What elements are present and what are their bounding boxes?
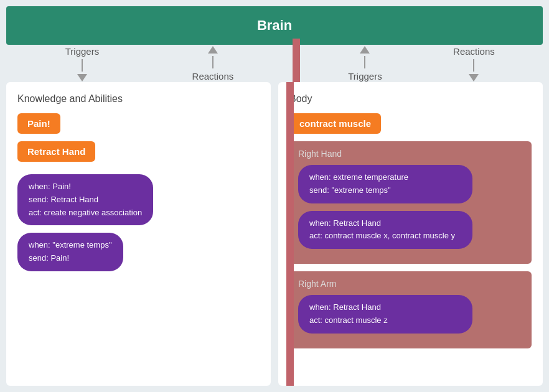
- arrow-divider: [293, 39, 300, 82]
- retract-hand-button[interactable]: Retract Hand: [17, 141, 95, 162]
- contract-muscle-button[interactable]: contract muscle: [289, 113, 381, 134]
- left-bubble-2: when: "extreme temps" send: Pain!: [17, 233, 123, 271]
- left-reactions: Reactions: [192, 46, 234, 82]
- right-reactions-line: [473, 59, 474, 72]
- rh-b1-l1: when: extreme temperature: [309, 172, 408, 182]
- left-bubble-1-line2: send: Retract Hand: [29, 195, 98, 204]
- right-arm-title: Right Arm: [298, 279, 523, 289]
- rh-b2-l2: act: contract muscle x, contract muscle …: [309, 231, 455, 240]
- right-triggers-label: Triggers: [348, 71, 382, 82]
- right-triggers-line: [364, 56, 365, 68]
- triggers-line: [82, 59, 83, 72]
- brain-title: Brain: [257, 17, 292, 33]
- brain-header: Brain: [6, 6, 543, 45]
- right-triggers-arrow: [360, 46, 370, 54]
- rh-b2-l1: when: Retract Hand: [309, 218, 381, 228]
- right-panel-title: Body: [289, 93, 532, 105]
- left-bubble-1-line3: act: create negative association: [29, 208, 142, 217]
- reactions-arrow: [208, 46, 218, 54]
- main-row: Knowledge and Abilities Pain! Retract Ha…: [6, 82, 543, 386]
- right-hand-bubble-2: when: Retract Hand act: contract muscle …: [298, 211, 472, 250]
- right-arm-bubble-1: when: Retract Hand act: contract muscle …: [298, 295, 472, 334]
- right-triggers: Triggers: [348, 46, 382, 82]
- ra-b1-l2: act: contract muscle z: [309, 315, 388, 325]
- right-reactions-arrow: [469, 74, 479, 82]
- pain-button[interactable]: Pain!: [17, 113, 60, 134]
- center-divider: [286, 82, 294, 386]
- ra-b1-l1: when: Retract Hand: [309, 302, 381, 312]
- reactions-line: [212, 56, 214, 68]
- triggers-arrow: [77, 74, 87, 82]
- arrow-row: Triggers Reactions Triggers Reacti: [6, 45, 543, 82]
- left-bubble-2-line2: send: Pain!: [29, 253, 69, 263]
- left-bubble-1: when: Pain! send: Retract Hand act: crea…: [17, 174, 153, 225]
- right-arm-subpanel: Right Arm when: Retract Hand act: contra…: [289, 271, 532, 348]
- left-reactions-label: Reactions: [192, 71, 234, 82]
- right-arrows: Triggers Reactions: [300, 45, 543, 82]
- left-arrows: Triggers Reactions: [6, 45, 293, 82]
- left-bubble-1-line1: when: Pain!: [29, 182, 71, 191]
- page: Brain Triggers Reactions: [0, 0, 549, 392]
- right-reactions-label: Reactions: [453, 46, 495, 57]
- right-reactions: Reactions: [453, 46, 495, 82]
- right-hand-subpanel: Right Hand when: extreme temperature sen…: [289, 141, 532, 264]
- right-hand-bubble-1: when: extreme temperature send: "extreme…: [298, 165, 472, 203]
- right-hand-title: Right Hand: [298, 149, 523, 159]
- left-bubble-2-line1: when: "extreme temps": [29, 240, 112, 250]
- rh-b1-l2: send: "extreme temps": [309, 185, 391, 195]
- left-triggers: Triggers: [65, 46, 99, 82]
- left-triggers-label: Triggers: [65, 46, 99, 57]
- right-panel: Body contract muscle Right Hand when: ex…: [278, 82, 543, 386]
- left-panel-title: Knowledge and Abilities: [17, 93, 260, 105]
- left-panel: Knowledge and Abilities Pain! Retract Ha…: [6, 82, 271, 386]
